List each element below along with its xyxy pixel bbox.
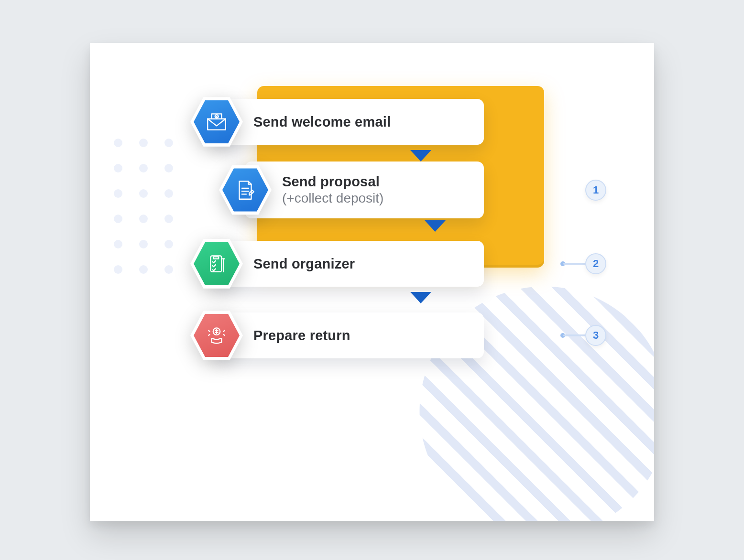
workflow-container: Send welcome email Send proposal bbox=[190, 96, 563, 375]
connector-line bbox=[563, 334, 586, 336]
task-card: Send proposal (+collect deposit) bbox=[245, 162, 484, 218]
dot-grid-decoration bbox=[114, 139, 173, 274]
step-number-badge: 1 bbox=[585, 180, 606, 201]
task-title: Prepare return bbox=[253, 328, 464, 344]
task-card: Send organizer bbox=[216, 241, 484, 287]
workflow-step: Send welcome email bbox=[190, 96, 563, 148]
connector-arrow bbox=[410, 150, 431, 162]
step-hex-icon bbox=[219, 164, 272, 216]
task-subtitle: (+collect deposit) bbox=[282, 191, 464, 206]
task-card: Send welcome email bbox=[216, 99, 484, 145]
workflow-step: Prepare return 3 bbox=[190, 309, 563, 362]
task-title: Send proposal bbox=[282, 174, 464, 190]
connector-arrow bbox=[425, 220, 446, 232]
task-title: Send organizer bbox=[253, 256, 464, 272]
workflow-step: Send organizer 2 bbox=[190, 237, 563, 290]
step-hex-icon bbox=[190, 309, 243, 362]
diagram-card: Send welcome email Send proposal bbox=[90, 43, 654, 521]
workflow-step: Send proposal (+collect deposit) 1 bbox=[219, 162, 563, 218]
connector-line bbox=[563, 263, 586, 265]
task-title: Send welcome email bbox=[253, 114, 464, 130]
task-card: Prepare return bbox=[216, 312, 484, 358]
step-hex-icon bbox=[190, 237, 243, 290]
step-number-badge: 3 bbox=[585, 325, 606, 346]
step-hex-icon bbox=[190, 96, 243, 148]
step-number-badge: 2 bbox=[585, 253, 606, 274]
connector-arrow bbox=[410, 292, 431, 303]
